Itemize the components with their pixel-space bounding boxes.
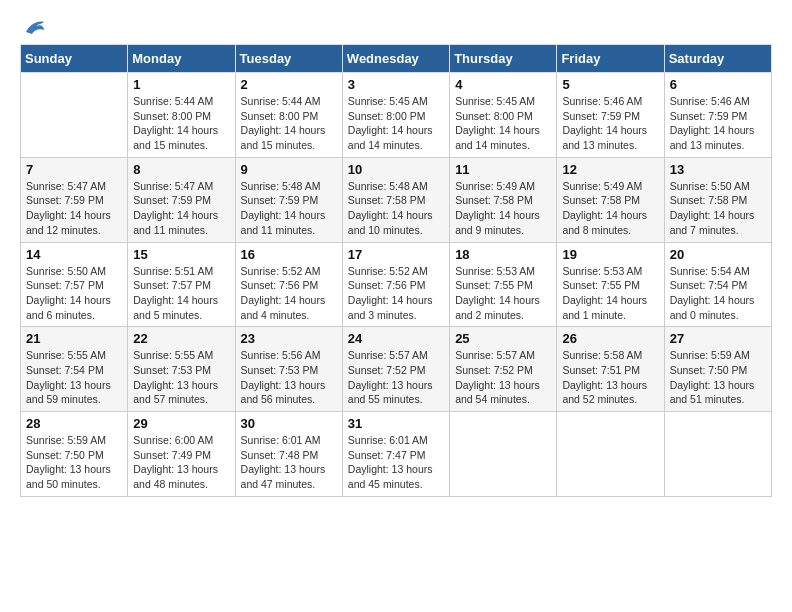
day-info: Sunrise: 5:52 AM Sunset: 7:56 PM Dayligh… [348,264,444,323]
day-number: 10 [348,162,444,177]
day-number: 27 [670,331,766,346]
calendar-cell: 14Sunrise: 5:50 AM Sunset: 7:57 PM Dayli… [21,242,128,327]
calendar-week-row: 1Sunrise: 5:44 AM Sunset: 8:00 PM Daylig… [21,73,772,158]
calendar-cell: 6Sunrise: 5:46 AM Sunset: 7:59 PM Daylig… [664,73,771,158]
day-number: 20 [670,247,766,262]
day-number: 21 [26,331,122,346]
day-number: 5 [562,77,658,92]
day-number: 14 [26,247,122,262]
day-info: Sunrise: 5:50 AM Sunset: 7:58 PM Dayligh… [670,179,766,238]
calendar-cell [450,412,557,497]
logo [20,20,46,36]
calendar-cell: 26Sunrise: 5:58 AM Sunset: 7:51 PM Dayli… [557,327,664,412]
day-number: 30 [241,416,337,431]
day-info: Sunrise: 5:44 AM Sunset: 8:00 PM Dayligh… [241,94,337,153]
day-info: Sunrise: 5:45 AM Sunset: 8:00 PM Dayligh… [348,94,444,153]
calendar-cell: 29Sunrise: 6:00 AM Sunset: 7:49 PM Dayli… [128,412,235,497]
calendar-week-row: 28Sunrise: 5:59 AM Sunset: 7:50 PM Dayli… [21,412,772,497]
calendar-cell: 12Sunrise: 5:49 AM Sunset: 7:58 PM Dayli… [557,157,664,242]
day-info: Sunrise: 5:55 AM Sunset: 7:53 PM Dayligh… [133,348,229,407]
day-info: Sunrise: 5:55 AM Sunset: 7:54 PM Dayligh… [26,348,122,407]
day-info: Sunrise: 6:00 AM Sunset: 7:49 PM Dayligh… [133,433,229,492]
day-number: 1 [133,77,229,92]
day-info: Sunrise: 5:48 AM Sunset: 7:58 PM Dayligh… [348,179,444,238]
day-info: Sunrise: 5:45 AM Sunset: 8:00 PM Dayligh… [455,94,551,153]
day-info: Sunrise: 5:53 AM Sunset: 7:55 PM Dayligh… [562,264,658,323]
day-number: 19 [562,247,658,262]
calendar-cell: 5Sunrise: 5:46 AM Sunset: 7:59 PM Daylig… [557,73,664,158]
day-info: Sunrise: 5:46 AM Sunset: 7:59 PM Dayligh… [670,94,766,153]
col-header-sunday: Sunday [21,45,128,73]
calendar-cell: 10Sunrise: 5:48 AM Sunset: 7:58 PM Dayli… [342,157,449,242]
calendar-cell [664,412,771,497]
day-number: 28 [26,416,122,431]
calendar-cell: 24Sunrise: 5:57 AM Sunset: 7:52 PM Dayli… [342,327,449,412]
calendar-cell: 25Sunrise: 5:57 AM Sunset: 7:52 PM Dayli… [450,327,557,412]
day-number: 13 [670,162,766,177]
calendar-cell: 1Sunrise: 5:44 AM Sunset: 8:00 PM Daylig… [128,73,235,158]
col-header-thursday: Thursday [450,45,557,73]
day-number: 6 [670,77,766,92]
calendar-cell: 31Sunrise: 6:01 AM Sunset: 7:47 PM Dayli… [342,412,449,497]
day-info: Sunrise: 5:54 AM Sunset: 7:54 PM Dayligh… [670,264,766,323]
calendar-cell: 16Sunrise: 5:52 AM Sunset: 7:56 PM Dayli… [235,242,342,327]
day-info: Sunrise: 5:59 AM Sunset: 7:50 PM Dayligh… [26,433,122,492]
day-number: 29 [133,416,229,431]
calendar-cell [21,73,128,158]
day-info: Sunrise: 5:57 AM Sunset: 7:52 PM Dayligh… [348,348,444,407]
day-number: 8 [133,162,229,177]
day-info: Sunrise: 6:01 AM Sunset: 7:48 PM Dayligh… [241,433,337,492]
day-number: 3 [348,77,444,92]
calendar-cell: 18Sunrise: 5:53 AM Sunset: 7:55 PM Dayli… [450,242,557,327]
day-info: Sunrise: 5:46 AM Sunset: 7:59 PM Dayligh… [562,94,658,153]
day-info: Sunrise: 5:58 AM Sunset: 7:51 PM Dayligh… [562,348,658,407]
col-header-saturday: Saturday [664,45,771,73]
calendar-cell: 19Sunrise: 5:53 AM Sunset: 7:55 PM Dayli… [557,242,664,327]
calendar-cell: 27Sunrise: 5:59 AM Sunset: 7:50 PM Dayli… [664,327,771,412]
calendar-cell: 3Sunrise: 5:45 AM Sunset: 8:00 PM Daylig… [342,73,449,158]
calendar-cell: 7Sunrise: 5:47 AM Sunset: 7:59 PM Daylig… [21,157,128,242]
day-number: 22 [133,331,229,346]
day-info: Sunrise: 6:01 AM Sunset: 7:47 PM Dayligh… [348,433,444,492]
day-info: Sunrise: 5:56 AM Sunset: 7:53 PM Dayligh… [241,348,337,407]
day-info: Sunrise: 5:47 AM Sunset: 7:59 PM Dayligh… [26,179,122,238]
calendar-cell: 11Sunrise: 5:49 AM Sunset: 7:58 PM Dayli… [450,157,557,242]
col-header-tuesday: Tuesday [235,45,342,73]
calendar-cell: 8Sunrise: 5:47 AM Sunset: 7:59 PM Daylig… [128,157,235,242]
day-info: Sunrise: 5:49 AM Sunset: 7:58 PM Dayligh… [562,179,658,238]
day-number: 25 [455,331,551,346]
col-header-wednesday: Wednesday [342,45,449,73]
calendar-cell: 30Sunrise: 6:01 AM Sunset: 7:48 PM Dayli… [235,412,342,497]
calendar-cell: 9Sunrise: 5:48 AM Sunset: 7:59 PM Daylig… [235,157,342,242]
day-info: Sunrise: 5:51 AM Sunset: 7:57 PM Dayligh… [133,264,229,323]
day-info: Sunrise: 5:50 AM Sunset: 7:57 PM Dayligh… [26,264,122,323]
page-header [20,20,772,36]
day-number: 7 [26,162,122,177]
calendar-cell: 17Sunrise: 5:52 AM Sunset: 7:56 PM Dayli… [342,242,449,327]
day-number: 9 [241,162,337,177]
day-number: 2 [241,77,337,92]
day-number: 15 [133,247,229,262]
calendar-cell: 13Sunrise: 5:50 AM Sunset: 7:58 PM Dayli… [664,157,771,242]
day-info: Sunrise: 5:49 AM Sunset: 7:58 PM Dayligh… [455,179,551,238]
day-number: 17 [348,247,444,262]
calendar-cell: 22Sunrise: 5:55 AM Sunset: 7:53 PM Dayli… [128,327,235,412]
calendar-week-row: 7Sunrise: 5:47 AM Sunset: 7:59 PM Daylig… [21,157,772,242]
calendar-cell: 2Sunrise: 5:44 AM Sunset: 8:00 PM Daylig… [235,73,342,158]
day-info: Sunrise: 5:47 AM Sunset: 7:59 PM Dayligh… [133,179,229,238]
day-number: 24 [348,331,444,346]
calendar-cell: 23Sunrise: 5:56 AM Sunset: 7:53 PM Dayli… [235,327,342,412]
day-number: 26 [562,331,658,346]
day-number: 11 [455,162,551,177]
calendar-week-row: 21Sunrise: 5:55 AM Sunset: 7:54 PM Dayli… [21,327,772,412]
calendar-cell: 20Sunrise: 5:54 AM Sunset: 7:54 PM Dayli… [664,242,771,327]
calendar-cell: 21Sunrise: 5:55 AM Sunset: 7:54 PM Dayli… [21,327,128,412]
day-number: 16 [241,247,337,262]
day-number: 4 [455,77,551,92]
day-info: Sunrise: 5:57 AM Sunset: 7:52 PM Dayligh… [455,348,551,407]
day-number: 18 [455,247,551,262]
calendar-table: SundayMondayTuesdayWednesdayThursdayFrid… [20,44,772,497]
col-header-friday: Friday [557,45,664,73]
day-number: 12 [562,162,658,177]
calendar-cell [557,412,664,497]
